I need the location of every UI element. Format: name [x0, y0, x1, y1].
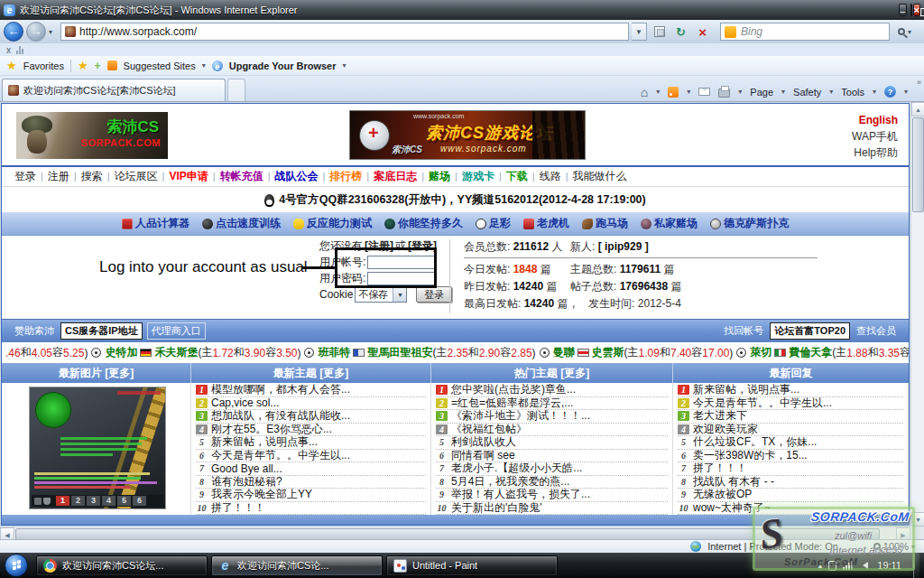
- list-item[interactable]: 3想加战队，有没有战队能收...: [196, 410, 426, 424]
- start-button[interactable]: [5, 554, 28, 577]
- list-item[interactable]: 1您中奖啦(点击兑奖)章鱼...: [436, 384, 668, 397]
- list-item[interactable]: 1模型放哪啊，都木有人会答...: [196, 384, 426, 397]
- fun-link[interactable]: 点击速度训练: [202, 216, 281, 231]
- toolbar-chip[interactable]: 论坛首富TOP20: [770, 322, 850, 340]
- fun-link[interactable]: 私家赌场: [641, 216, 698, 231]
- add-favorite-star-icon[interactable]: ★: [78, 60, 88, 71]
- list-item[interactable]: 10拼了！！！: [196, 502, 426, 516]
- list-item[interactable]: 5新来留帖，说明点事...: [196, 436, 426, 450]
- list-item[interactable]: 1新来留帖，说明点事...: [678, 384, 903, 397]
- list-item[interactable]: 5什么垃圾CF。TX，你妹...: [678, 436, 903, 450]
- refresh-button[interactable]: [671, 23, 690, 41]
- home-icon[interactable]: ⌂: [641, 87, 648, 98]
- site-logo[interactable]: 索沛CS SORPACK.COM: [16, 112, 168, 159]
- upgrade-browser-button[interactable]: Upgrade Your Browser: [229, 61, 337, 71]
- fun-link[interactable]: 足彩: [476, 216, 511, 231]
- list-item[interactable]: 6今天是青年节。。中学生以...: [196, 450, 426, 463]
- nav-item[interactable]: 登录: [14, 170, 36, 182]
- nav-item[interactable]: VIP申请: [169, 170, 208, 182]
- history-dropdown-icon[interactable]: ▾: [49, 28, 52, 36]
- nav-item[interactable]: 搜索: [81, 170, 103, 182]
- nav-item[interactable]: 论坛展区: [115, 170, 158, 182]
- list-item[interactable]: 2今天是青年节。。中学生以...: [678, 397, 903, 411]
- fun-link[interactable]: 人品计算器: [122, 216, 189, 231]
- nav-item[interactable]: 排行榜: [329, 170, 362, 182]
- list-item[interactable]: 8找战队 有木有 - -: [678, 476, 903, 489]
- list-item[interactable]: 9我表示今晚全部上YY: [196, 489, 426, 502]
- scroll-up-icon[interactable]: ▲: [911, 102, 924, 117]
- forum-banner[interactable]: www.sorpack.com 索沛CS 索沛CS游戏论坛 www.sorpac…: [349, 110, 586, 160]
- list-item[interactable]: 7老虎小子.【超级小小天皓...: [436, 462, 668, 476]
- search-dropdown-icon[interactable]: ▾: [908, 28, 911, 36]
- list-item[interactable]: 6卖一张398W的卡，15...: [678, 450, 903, 463]
- fun-link[interactable]: 老虎机: [523, 216, 569, 231]
- list-item[interactable]: 5利剑战队收人: [436, 436, 668, 450]
- help-icon[interactable]: [884, 86, 896, 98]
- new-tab-stub[interactable]: [227, 79, 245, 101]
- login-button[interactable]: 登录: [416, 286, 452, 303]
- taskbar-button[interactable]: Untitled - Paint: [386, 555, 558, 576]
- forward-button[interactable]: [26, 22, 46, 42]
- maximize-button[interactable]: [910, 4, 912, 16]
- suggested-sites-button[interactable]: Suggested Sites: [124, 61, 196, 71]
- compatibility-view-icon[interactable]: [650, 23, 669, 41]
- page-menu[interactable]: Page: [750, 87, 773, 98]
- url-dropdown-icon[interactable]: ▼: [632, 23, 647, 41]
- nav-item[interactable]: 线路: [540, 170, 561, 182]
- nav-item[interactable]: 案底日志: [374, 170, 417, 182]
- toolbar-chip[interactable]: 代理商入口: [147, 322, 206, 340]
- header-link[interactable]: English: [852, 112, 898, 128]
- fun-link[interactable]: 反应能力测试: [293, 216, 372, 231]
- hot-topics-header[interactable]: 热门主题 [更多]: [431, 363, 673, 383]
- list-item[interactable]: 9无缘故被OP: [678, 489, 903, 502]
- header-link[interactable]: Help帮助: [852, 144, 898, 161]
- vertical-scrollbar[interactable]: ▲ ▼: [910, 102, 924, 527]
- favorites-star-icon[interactable]: ★: [6, 60, 17, 71]
- favorites-label[interactable]: Favorites: [23, 61, 64, 71]
- stop-button[interactable]: [693, 23, 712, 41]
- rss-feed-icon[interactable]: [668, 87, 679, 98]
- latest-topics-header[interactable]: 最新主题 [更多]: [191, 363, 431, 383]
- toolbar-chip[interactable]: CS服务器IP地址: [60, 322, 143, 340]
- taskbar-button[interactable]: 欢迎访问索沛CS论坛...: [36, 555, 208, 576]
- url-input[interactable]: http://www.sorpack.com/: [60, 23, 629, 41]
- header-link[interactable]: WAP手机: [852, 128, 898, 144]
- list-item[interactable]: 4《祝福红包帖》: [436, 424, 668, 437]
- list-item[interactable]: 6同情看啊 see: [436, 450, 668, 463]
- list-item[interactable]: 2Cap,vice sol...: [196, 397, 426, 411]
- search-icon[interactable]: [898, 28, 905, 35]
- toolbar-chip[interactable]: 赞助索沛: [13, 323, 56, 339]
- list-item[interactable]: 2=红包=低赔率都是浮云,...: [436, 397, 668, 411]
- list-item[interactable]: 10关于新出的'白脸鬼': [436, 502, 668, 516]
- toolbar-chip[interactable]: 查找会员: [855, 323, 898, 339]
- newest-member-value[interactable]: [ ipip929 ]: [598, 240, 649, 253]
- list-item[interactable]: 4欢迎欧美玩家: [678, 424, 903, 437]
- cookie-select[interactable]: 不保存 ▼: [355, 287, 407, 303]
- nav-item[interactable]: 战队公会: [275, 170, 319, 182]
- fun-link[interactable]: 跑马场: [582, 216, 628, 231]
- nav-item[interactable]: 游戏卡: [462, 170, 494, 182]
- minimize-button[interactable]: [899, 4, 906, 16]
- nav-item[interactable]: 下载: [506, 170, 528, 182]
- list-item[interactable]: 8谁有泡妞秘籍?: [196, 476, 426, 489]
- list-item[interactable]: 9举报！有人盗我号，损失了...: [436, 489, 668, 502]
- nav-item[interactable]: 转帐充值: [220, 170, 263, 182]
- list-item[interactable]: 3《索沛斗地主》测试！！！...: [436, 410, 668, 424]
- tab-active[interactable]: 欢迎访问索沛CS论坛[索沛CS论坛]: [2, 79, 226, 101]
- mail-icon[interactable]: [698, 88, 710, 96]
- search-input[interactable]: Bing: [720, 23, 890, 41]
- nav-item[interactable]: 注册: [48, 170, 69, 182]
- nav-item[interactable]: 赌场: [429, 170, 450, 182]
- list-item[interactable]: 85月4日，祝我亲爱的燕...: [436, 476, 668, 489]
- nav-item[interactable]: 我能做什么: [573, 170, 627, 182]
- list-item[interactable]: 7拼了！！！: [678, 462, 903, 476]
- back-button[interactable]: [4, 22, 23, 42]
- fun-link[interactable]: 德克萨斯扑克: [710, 216, 789, 231]
- game-screenshot[interactable]: 123456: [29, 387, 166, 509]
- scrollbar-thumb[interactable]: [912, 117, 924, 212]
- toolbar-chip[interactable]: 找回帐号: [722, 323, 765, 339]
- list-item[interactable]: 4刚才在55。E3你骂恶心...: [196, 424, 426, 437]
- toolbar-close-icon[interactable]: x: [6, 45, 11, 55]
- fun-link[interactable]: 你能坚持多久: [384, 216, 463, 231]
- tools-menu[interactable]: Tools: [841, 87, 864, 98]
